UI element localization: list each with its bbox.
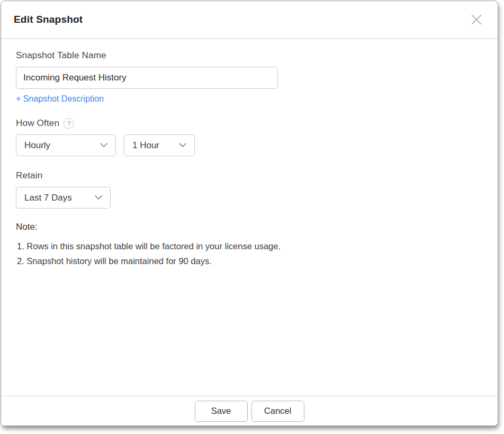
frequency-value: Hourly bbox=[24, 140, 50, 151]
close-icon[interactable] bbox=[469, 12, 484, 27]
dialog-footer: Save Cancel bbox=[1, 395, 498, 426]
dialog-title: Edit Snapshot bbox=[14, 14, 83, 25]
dialog-body: Snapshot Table Name + Snapshot Descripti… bbox=[1, 39, 498, 268]
table-name-label: Snapshot Table Name bbox=[16, 50, 483, 61]
retain-select-row: Last 7 Days bbox=[16, 187, 483, 209]
save-button[interactable]: Save bbox=[195, 401, 248, 422]
add-description-link[interactable]: + Snapshot Description bbox=[16, 94, 104, 104]
chevron-down-icon bbox=[179, 143, 186, 148]
chevron-down-icon bbox=[100, 143, 107, 148]
frequency-select[interactable]: Hourly bbox=[16, 134, 116, 156]
close-x-glyph bbox=[470, 13, 483, 26]
help-icon[interactable]: ? bbox=[64, 118, 74, 129]
dialog-header: Edit Snapshot bbox=[1, 1, 498, 39]
interval-select[interactable]: 1 Hour bbox=[124, 134, 195, 156]
edit-snapshot-dialog: Edit Snapshot Snapshot Table Name + Snap… bbox=[1, 1, 498, 426]
note-item: 1. Rows in this snapshot table will be f… bbox=[16, 239, 483, 254]
table-name-input[interactable] bbox=[16, 67, 278, 89]
chevron-down-icon bbox=[95, 195, 102, 200]
note-item: 2. Snapshot history will be maintained f… bbox=[16, 254, 483, 268]
note-block: Note: 1. Rows in this snapshot table wil… bbox=[16, 222, 483, 268]
note-list: 1. Rows in this snapshot table will be f… bbox=[16, 239, 483, 268]
retain-value: Last 7 Days bbox=[24, 193, 72, 203]
retain-label: Retain bbox=[16, 170, 483, 181]
how-often-label: How Often ? bbox=[16, 118, 483, 129]
interval-value: 1 Hour bbox=[132, 140, 159, 151]
how-often-label-text: How Often bbox=[16, 118, 59, 129]
how-often-selects: Hourly 1 Hour bbox=[16, 134, 483, 156]
note-heading: Note: bbox=[16, 222, 483, 232]
cancel-button[interactable]: Cancel bbox=[251, 401, 304, 422]
retain-select[interactable]: Last 7 Days bbox=[16, 187, 111, 209]
